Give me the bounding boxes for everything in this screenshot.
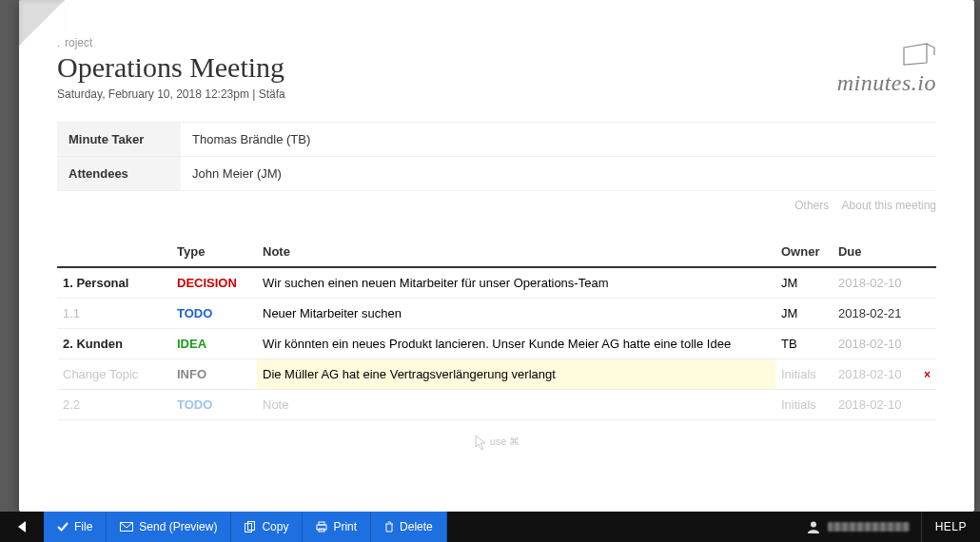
send-preview-button[interactable]: Send (Preview) xyxy=(107,512,231,542)
attendees-label: Attendees xyxy=(57,157,181,191)
user-name-redacted xyxy=(828,522,910,532)
row-due[interactable]: 2018-02-10 xyxy=(833,267,918,299)
row-delete-cell xyxy=(918,390,936,420)
delete-row-button[interactable]: × xyxy=(924,368,931,381)
row-note[interactable]: Neuer Mitarbeiter suchen xyxy=(257,299,775,329)
row-topic[interactable]: 1. Personal xyxy=(57,267,171,299)
svg-point-6 xyxy=(811,522,816,528)
cursor-icon xyxy=(474,434,487,451)
row-due[interactable]: 2018-02-10 xyxy=(833,359,918,390)
meeting-subtitle[interactable]: Saturday, February 10, 2018 12:23pm | St… xyxy=(57,87,285,101)
print-button[interactable]: Print xyxy=(303,512,371,542)
row-topic[interactable]: Change Topic xyxy=(57,359,171,390)
project-label: Project xyxy=(57,36,285,49)
row-topic[interactable]: 2. Kunden xyxy=(57,329,171,359)
row-type[interactable]: INFO xyxy=(171,359,257,390)
minute-taker-value[interactable]: Thomas Brändle (TB) xyxy=(181,123,936,157)
user-icon xyxy=(807,520,820,533)
svg-rect-4 xyxy=(319,522,324,525)
page-title[interactable]: Operations Meeting xyxy=(57,51,285,84)
attendees-row: Attendees John Meier (JM) xyxy=(57,157,936,191)
row-delete-cell xyxy=(918,329,936,359)
row-due[interactable]: 2018-02-21 xyxy=(833,299,918,329)
row-delete-cell xyxy=(918,299,936,329)
check-icon xyxy=(57,521,69,532)
help-button[interactable]: HELP xyxy=(921,512,980,542)
minute-taker-row: Minute Taker Thomas Brändle (TB) xyxy=(57,123,936,157)
row-type[interactable]: IDEA xyxy=(171,329,257,359)
row-delete-cell xyxy=(918,267,936,299)
row-owner[interactable]: JM xyxy=(775,267,833,299)
row-due[interactable]: 2018-02-10 xyxy=(833,390,918,420)
col-header-due: Due xyxy=(833,237,918,267)
row-note[interactable]: Die Müller AG hat eine Vertragsverlänger… xyxy=(257,359,775,390)
user-menu[interactable] xyxy=(795,512,921,542)
meeting-meta-table: Minute Taker Thomas Brändle (TB) Attende… xyxy=(57,122,936,191)
brand-logo: minutes.io xyxy=(837,23,936,96)
row-owner[interactable]: Initials xyxy=(775,359,833,390)
col-header-owner: Owner xyxy=(775,237,833,267)
row-owner[interactable]: TB xyxy=(775,329,833,359)
table-row[interactable]: 2.2TODONoteInitials2018-02-10 xyxy=(57,390,936,420)
triangle-left-icon xyxy=(14,519,29,534)
copy-button[interactable]: Copy xyxy=(231,512,303,542)
col-header-type: Type xyxy=(171,237,257,267)
delete-button[interactable]: Delete xyxy=(371,512,447,542)
row-type[interactable]: TODO xyxy=(171,390,257,420)
row-topic[interactable]: 1.1 xyxy=(57,299,171,329)
table-row[interactable]: 2. KundenIDEAWir könnten ein neues Produ… xyxy=(57,329,936,359)
col-header-note: Note xyxy=(257,237,775,267)
trash-icon xyxy=(384,521,394,532)
page-fold-icon xyxy=(19,0,65,46)
row-note[interactable]: Wir suchen einen neuen Mitarbeiter für u… xyxy=(257,267,775,299)
row-owner[interactable]: Initials xyxy=(775,390,833,420)
table-row[interactable]: 1.1TODONeuer Mitarbeiter suchenJM2018-02… xyxy=(57,299,936,329)
row-topic[interactable]: 2.2 xyxy=(57,390,171,420)
others-link[interactable]: Others xyxy=(794,199,829,212)
document-page: Project Operations Meeting Saturday, Feb… xyxy=(19,0,974,512)
table-row[interactable]: 1. PersonalDECISIONWir suchen einen neue… xyxy=(57,267,936,299)
copy-icon xyxy=(245,521,256,532)
row-note[interactable]: Note xyxy=(257,390,775,420)
file-button[interactable]: File xyxy=(44,512,107,542)
bottom-toolbar: File Send (Preview) Copy Print Delete HE… xyxy=(0,512,980,542)
keyboard-hint: use ⌘ xyxy=(57,434,936,451)
back-button[interactable] xyxy=(0,512,44,542)
row-note[interactable]: Wir könnten ein neues Produkt lancieren.… xyxy=(257,329,775,359)
attendees-value[interactable]: John Meier (JM) xyxy=(181,157,936,191)
minutes-table: Type Note Owner Due 1. PersonalDECISIONW… xyxy=(57,237,936,420)
table-row[interactable]: Change TopicINFODie Müller AG hat eine V… xyxy=(57,359,936,390)
row-due[interactable]: 2018-02-10 xyxy=(833,329,918,359)
brand-text: minutes.io xyxy=(837,70,936,96)
row-owner[interactable]: JM xyxy=(775,299,833,329)
about-meeting-link[interactable]: About this meeting xyxy=(842,199,936,212)
print-icon xyxy=(316,521,327,532)
row-type[interactable]: DECISION xyxy=(171,267,257,299)
row-type[interactable]: TODO xyxy=(171,299,257,329)
page-icon xyxy=(902,42,936,67)
row-delete-cell: × xyxy=(918,359,936,390)
envelope-icon xyxy=(120,522,133,532)
minute-taker-label: Minute Taker xyxy=(57,123,181,157)
